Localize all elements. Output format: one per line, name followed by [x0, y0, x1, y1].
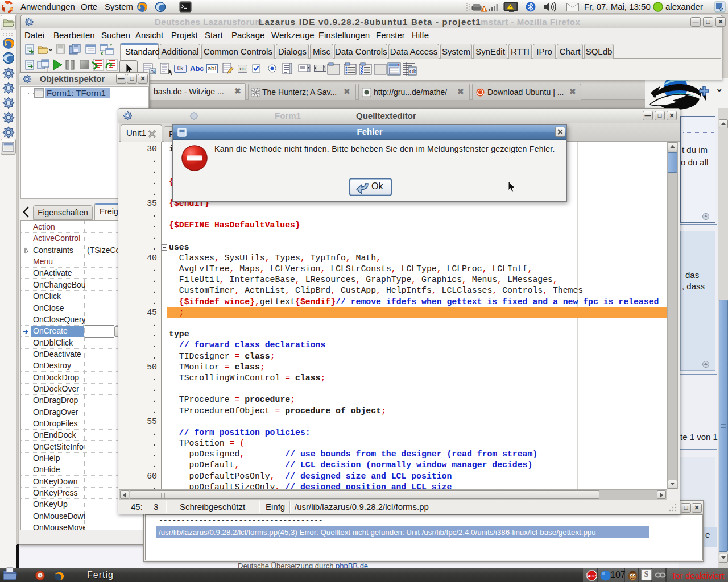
svg-text:ABP: ABP	[588, 574, 596, 578]
svg-text:Ok: Ok	[151, 70, 156, 74]
svg-text:Ok: Ok	[410, 69, 416, 74]
